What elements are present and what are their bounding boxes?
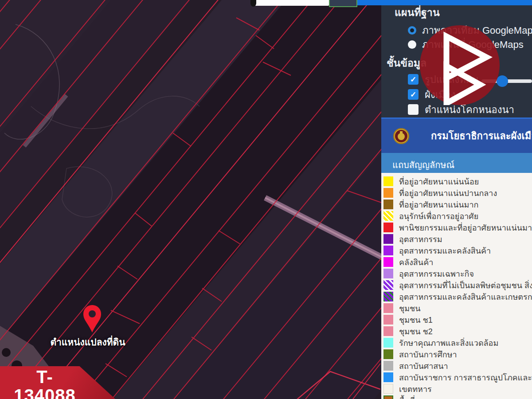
brand-logo: [420, 25, 500, 105]
legend-swatch: [383, 315, 393, 325]
legend-item-label: สถาบันราชการ การสาธารณูปโภคและสาธาร: [399, 371, 532, 384]
legend-item-label: อุตสาหกรรมและคลังสินค้า: [399, 244, 491, 257]
checkbox-icon[interactable]: ✓: [408, 74, 419, 85]
search-marker-icon: [250, 0, 256, 7]
legend-item-label: อุตสาหกรรมและคลังสินค้าและเกษตรกรรม: [399, 290, 532, 303]
legend-swatch: [383, 257, 393, 267]
legend-item: อุตสาหกรรม: [383, 233, 532, 245]
agency-header: กรมโยธาธิการและผังเมืองร่ว: [381, 117, 532, 153]
brand-b-icon: [420, 25, 500, 105]
property-code: T-134088: [9, 368, 81, 399]
legend-item-label: อนุรักษ์เพื่อการอยู่อาศัย: [399, 210, 478, 223]
legend-swatch: [383, 223, 393, 232]
app-window: ตำแหน่งแปลงที่ดิน แผนที่ฐาน ภาพดาวเทียม …: [0, 0, 532, 399]
legend-item-label: ชุมชน ช2: [399, 325, 433, 338]
legend-item: อุตสาหกรรมและคลังสินค้า: [383, 245, 532, 256]
checkbox-icon[interactable]: ✓: [408, 89, 419, 100]
legend-item-label: พานิชยกรรมและที่อยู่อาศัยหนาแน่นมาก: [399, 221, 532, 234]
legend-item: อุตสาหกรรมที่ไม่เป็นมลพิษต่อชุมชน สิ่งแว…: [383, 279, 532, 291]
map-tool-button[interactable]: [329, 0, 357, 7]
legend-title: แถบสัญญลักษณ์: [381, 153, 532, 173]
legend-item: สถาบันการศึกษา: [383, 348, 532, 360]
legend-item-label: สถาบันศาสนา: [399, 360, 448, 372]
agency-title: กรมโยธาธิการและผังเมืองร่ว: [431, 128, 532, 144]
top-blue-bar: [357, 0, 532, 5]
legend-item: ชุมชน ช2: [383, 325, 532, 337]
legend-item-label: พื้นที่เกษตรกรรม: [399, 394, 456, 399]
legend-item-label: คลังสินค้า: [399, 256, 433, 269]
legend-item: พานิชยกรรมและที่อยู่อาศัยหนาแน่นมาก: [383, 222, 532, 233]
legend-swatch: [383, 361, 393, 371]
legend-item: ที่อยู่อาศัยหนาแน่นน้อย: [383, 176, 532, 187]
legend-swatch: [383, 234, 393, 244]
legend-swatch: [383, 326, 393, 336]
legend-item: ชุมชน: [383, 302, 532, 314]
legend-item-label: เขตทหาร: [399, 383, 432, 395]
legend-item: อุตสาหกรรมและคลังสินค้าและเกษตรกรรม: [383, 291, 532, 302]
legend-item: อุตสาหกรรมเฉพาะกิจ: [383, 268, 532, 279]
legend-item: ที่อยู่อาศัยหนาแน่นมาก: [383, 199, 532, 210]
legend-swatch: [383, 395, 393, 399]
property-marker[interactable]: [79, 301, 106, 334]
legend-item: ชุมชน ช1: [383, 314, 532, 325]
search-input[interactable]: [254, 0, 329, 6]
legend-item: อนุรักษ์เพื่อการอยู่อาศัย: [383, 210, 532, 222]
legend-swatch: [383, 338, 393, 348]
legend-swatch: [383, 303, 393, 313]
legend-item: สถาบันศาสนา: [383, 360, 532, 372]
legend-item-label: ที่อยู่อาศัยหนาแน่นน้อย: [399, 175, 479, 188]
legend-swatch: [383, 280, 393, 290]
legend-swatch: [383, 349, 393, 359]
radio-icon[interactable]: [408, 26, 416, 35]
checkbox-icon[interactable]: [408, 104, 419, 115]
basemap-section-title: แผนที่ฐาน: [395, 4, 532, 20]
location-pin-icon: [79, 301, 106, 334]
legend-item-label: ที่อยู่อาศัยหนาแน่นปานกลาง: [399, 187, 497, 200]
legend-item-label: รักษาคุณภาพและสิ่งแวดล้อม: [399, 336, 498, 349]
legend-item: คลังสินค้า: [383, 256, 532, 268]
legend-swatch: [383, 200, 393, 209]
legend-swatch: [383, 269, 393, 278]
legend-item-label: อุตสาหกรรม: [399, 233, 442, 246]
legend-list: ที่อยู่อาศัยหนาแน่นน้อยที่อยู่อาศัยหนาแน…: [381, 173, 532, 399]
legend-item: ที่อยู่อาศัยหนาแน่นปานกลาง: [383, 187, 532, 199]
legend-swatch: [383, 176, 393, 186]
legend-item: รักษาคุณภาพและสิ่งแวดล้อม: [383, 337, 532, 348]
legend-item-label: ที่อยู่อาศัยหนาแน่นมาก: [399, 198, 478, 211]
legend-swatch: [383, 372, 393, 382]
legend-item: เขตทหาร: [383, 383, 532, 395]
legend-item-label: สถาบันการศึกษา: [399, 348, 457, 361]
legend-item: พื้นที่เกษตรกรรม: [383, 395, 532, 399]
legend-swatch: [383, 188, 393, 198]
legend-item: สถาบันราชการ การสาธารณูปโภคและสาธาร: [383, 372, 532, 383]
legend-swatch: [383, 246, 393, 255]
marker-label: ตำแหน่งแปลงที่ดิน: [39, 335, 137, 349]
legend-swatch: [383, 292, 393, 301]
legend-item-label: ชุมชน ช1: [399, 313, 433, 326]
radio-icon[interactable]: [408, 40, 416, 49]
legend-item-label: อุตสาหกรรมเฉพาะกิจ: [399, 267, 474, 280]
agency-seal-icon: [393, 128, 410, 145]
legend-item-label: ชุมชน: [399, 302, 421, 315]
legend-swatch: [383, 384, 393, 394]
legend-item-label: อุตสาหกรรมที่ไม่เป็นมลพิษต่อชุมชน สิ่งแว…: [399, 279, 532, 292]
legend-swatch: [383, 211, 393, 221]
